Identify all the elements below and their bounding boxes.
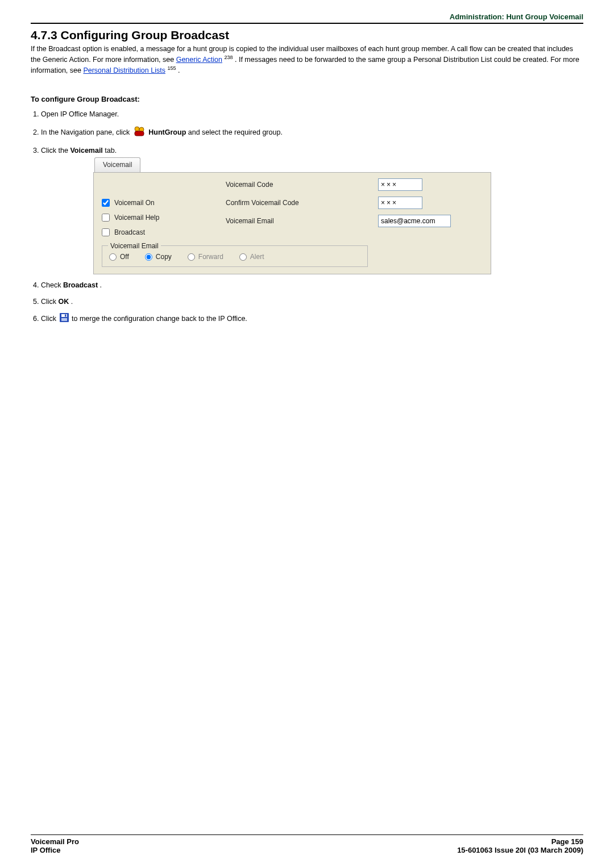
voicemail-code-label: Voicemail Code (226, 180, 368, 190)
voicemail-email-label: Voicemail Email (226, 216, 368, 226)
link-personal-distribution-lists[interactable]: Personal Distribution Lists (83, 66, 165, 74)
radio-alert-label: Alert (250, 252, 264, 262)
svg-point-0 (135, 127, 139, 131)
svg-rect-2 (135, 131, 144, 136)
step-3-text-a: Click the (41, 147, 70, 155)
broadcast-row[interactable]: Broadcast (102, 227, 215, 237)
huntgroup-icon (133, 126, 146, 140)
step-6: Click to merge the configuration change … (41, 313, 583, 326)
voicemail-email-fieldset: Voicemail Email Off Copy (102, 245, 368, 267)
svg-rect-5 (61, 318, 67, 321)
broadcast-label: Broadcast (114, 227, 145, 237)
step-2: In the Navigation pane, click HuntGroup … (41, 126, 583, 140)
voicemail-on-label: Voicemail On (114, 198, 155, 208)
intro-text-3: . (178, 66, 180, 74)
voicemail-help-row[interactable]: Voicemail Help (102, 212, 215, 223)
page-title: 4.7.3 Configuring Group Broadcast (31, 28, 583, 42)
svg-rect-6 (65, 314, 67, 316)
link-generic-action[interactable]: Generic Action (176, 56, 222, 64)
confirm-voicemail-code-label: Confirm Voicemail Code (226, 198, 368, 208)
step-6-text-b: to merge the configuration change back t… (72, 315, 247, 323)
step-2-text-c: and select the required group. (188, 128, 283, 136)
radio-copy-input[interactable] (145, 253, 152, 261)
voicemail-on-row[interactable]: Voicemail On (102, 198, 215, 208)
radio-forward-label: Forward (198, 252, 223, 262)
admin-header: Administration: Hunt Group Voicemail (31, 12, 583, 24)
save-icon (60, 313, 69, 326)
step-1: Open IP Office Manager. (41, 109, 583, 120)
step-2-text-a: In the Navigation pane, click (41, 128, 132, 136)
intro-paragraph: If the Broadcast option is enabled, a me… (31, 44, 583, 76)
step-3-text-b: Voicemail (70, 147, 102, 155)
step-4-text-c: . (100, 281, 102, 289)
radio-copy-label: Copy (156, 252, 172, 262)
procedure-heading: To configure Group Broadcast: (31, 95, 583, 103)
voicemail-help-checkbox[interactable] (102, 214, 110, 222)
radio-forward-input[interactable] (188, 253, 195, 261)
page-ref-1: 238 (224, 55, 233, 60)
footer-right-bottom: 15-601063 Issue 20l (03 March 2009) (457, 846, 583, 854)
footer-right-top: Page 159 (551, 837, 583, 846)
step-2-text-b: HuntGroup (148, 128, 186, 136)
voicemail-panel: Voicemail Code Voicemail On Voicemail He… (93, 172, 491, 274)
footer-left-top: Voicemail Pro (31, 837, 79, 846)
step-4-text-b: Broadcast (63, 281, 98, 289)
steps-list: Open IP Office Manager. In the Navigatio… (31, 109, 583, 331)
voicemail-code-input[interactable] (378, 178, 422, 191)
confirm-voicemail-code-input[interactable] (378, 197, 422, 209)
page-footer: Voicemail Pro IP Office Page 159 15-6010… (31, 834, 583, 854)
radio-off-label: Off (120, 252, 129, 262)
broadcast-checkbox[interactable] (102, 228, 110, 236)
voicemail-on-checkbox[interactable] (102, 199, 110, 207)
voicemail-tab[interactable]: Voicemail (94, 157, 140, 172)
radio-off[interactable]: Off (109, 252, 129, 262)
step-5: Click OK . (41, 297, 583, 307)
step-6-text-a: Click (41, 315, 59, 323)
radio-alert-input[interactable] (239, 253, 247, 261)
step-3: Click the Voicemail tab. Voicemail Voice… (41, 145, 583, 274)
footer-left-bottom: IP Office (31, 846, 61, 854)
page-ref-2: 155 (167, 65, 176, 71)
voicemail-help-label: Voicemail Help (114, 212, 159, 223)
voicemail-tab-screenshot: Voicemail Voicemail Code Voicemail On Vo… (93, 157, 583, 274)
radio-forward[interactable]: Forward (188, 252, 223, 262)
voicemail-email-input[interactable] (378, 215, 451, 227)
radio-alert[interactable]: Alert (239, 252, 264, 262)
step-5-text-a: Click (41, 298, 59, 306)
radio-off-input[interactable] (109, 253, 117, 261)
voicemail-email-legend: Voicemail Email (108, 241, 161, 251)
step-3-text-c: tab. (105, 147, 117, 155)
step-4: Check Broadcast . (41, 280, 583, 291)
radio-copy[interactable]: Copy (145, 252, 172, 262)
step-4-text-a: Check (41, 281, 63, 289)
step-5-text-c: . (71, 298, 73, 306)
step-5-text-b: OK (59, 298, 69, 306)
